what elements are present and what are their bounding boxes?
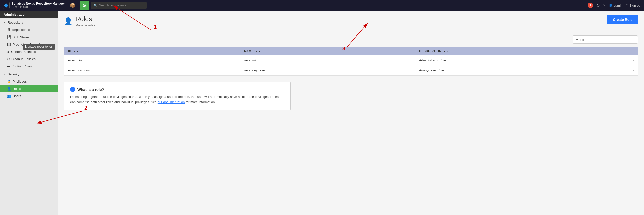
col-id[interactable]: ID ▲▼	[64, 47, 240, 56]
chevron-right-icon-1: ›	[633, 58, 634, 62]
layout: Administration ▼ Repository 🗄 Repositori…	[0, 11, 644, 215]
repositories-icon: 🗄	[7, 28, 10, 32]
privileges-icon: 🏅	[7, 80, 11, 83]
brand-version: OSS 3.45.0-01	[12, 6, 65, 9]
sidebar-group-repository-label: Repository	[8, 21, 23, 24]
roles-page-icon: 👤	[64, 17, 73, 25]
proprietary-repos-icon: 🔲	[7, 43, 11, 46]
info-box: i What is a role? Roles bring together m…	[64, 82, 291, 110]
sort-icon-name: ▲▼	[256, 50, 261, 53]
cell-description-2: Anonymous Role ›	[415, 65, 638, 76]
table-body: nx-admin nx-admin Administrator Role › n…	[64, 55, 638, 76]
sidebar-item-repositories[interactable]: 🗄 Repositories	[0, 26, 58, 33]
sidebar-item-repositories-label: Repositories	[12, 28, 30, 32]
create-role-button[interactable]: Create Role	[607, 15, 638, 24]
brand-title: Sonatype Nexus Repository Manager	[12, 2, 65, 6]
sidebar-item-roles[interactable]: 👤 Roles	[0, 85, 58, 92]
sort-icon-description: ▲▼	[443, 50, 449, 53]
sidebar: Administration ▼ Repository 🗄 Repositori…	[0, 11, 58, 215]
sidebar-section-security: ▼ Security 🏅 Privileges 👤 Roles 👥 Users	[0, 70, 58, 100]
sidebar-item-cleanup-policies-label: Cleanup Policies	[11, 57, 36, 61]
sidebar-item-roles-label: Roles	[13, 87, 21, 91]
filter-icon: ▼	[575, 38, 579, 42]
signout-label: Sign out	[629, 4, 641, 7]
cell-name-2: nx-anonymous	[240, 65, 415, 76]
cell-name-1: nx-admin	[240, 55, 415, 65]
brand-icon: 🔷	[3, 2, 10, 9]
sidebar-item-routing-rules-label: Routing Rules	[11, 64, 32, 68]
tooltip-manage-repositories: Manage repositories	[23, 44, 55, 50]
sidebar-item-content-selectors-label: Content Selectors	[11, 50, 37, 54]
cleanup-policies-icon: ✂	[7, 57, 10, 61]
sidebar-item-routing-rules[interactable]: ⇌ Routing Rules	[0, 63, 58, 70]
sidebar-item-cleanup-policies[interactable]: ✂ Cleanup Policies	[0, 55, 58, 63]
filter-input-wrap: ▼	[573, 35, 638, 44]
info-box-title: i What is a role?	[70, 87, 284, 92]
alert-count: 1	[590, 4, 591, 7]
col-name[interactable]: NAME ▲▼	[240, 47, 415, 56]
brand-text: Sonatype Nexus Repository Manager OSS 3.…	[12, 2, 65, 9]
sidebar-item-blob-stores[interactable]: 💾 Blob Stores	[0, 33, 58, 41]
page-title: Roles	[75, 15, 95, 23]
user-icon: 👤	[609, 4, 613, 7]
chevron-down-icon-security: ▼	[4, 73, 6, 76]
navbar: 🔷 Sonatype Nexus Repository Manager OSS …	[0, 0, 644, 11]
sort-icon-id: ▲▼	[74, 50, 79, 53]
routing-rules-icon: ⇌	[7, 64, 10, 68]
user-menu[interactable]: 👤 admin	[609, 4, 622, 7]
chevron-right-icon-2: ›	[633, 68, 634, 72]
roles-table: ID ▲▼ NAME ▲▼ DESCRIPTION ▲▼ nx-admin nx…	[64, 47, 638, 76]
signout-icon: ⬚	[625, 4, 628, 7]
sidebar-item-users-label: Users	[13, 94, 21, 98]
help-icon[interactable]: ?	[603, 3, 605, 8]
table-header: ID ▲▼ NAME ▲▼ DESCRIPTION ▲▼	[64, 47, 638, 56]
info-icon: i	[70, 87, 75, 92]
content-area: ▼ ID ▲▼ NAME ▲▼ DESCRIPTION ▲▼	[58, 30, 644, 115]
info-title-text: What is a role?	[77, 87, 104, 92]
users-icon: 👥	[7, 94, 11, 98]
sidebar-group-security[interactable]: ▼ Security	[0, 70, 58, 78]
sidebar-item-users[interactable]: 👥 Users	[0, 92, 58, 100]
sidebar-group-security-label: Security	[8, 72, 19, 76]
cell-id-1: nx-admin	[64, 55, 240, 65]
info-text: Roles bring together multiple privileges…	[70, 94, 284, 105]
info-text-2: for more information.	[186, 100, 216, 104]
page-title-block: Roles Manage roles	[75, 15, 95, 27]
info-link[interactable]: our documentation	[158, 100, 185, 104]
sidebar-item-privileges[interactable]: 🏅 Privileges	[0, 78, 58, 85]
page-header: 👤 Roles Manage roles Create Role	[58, 11, 644, 30]
search-icon: 🔍	[94, 4, 98, 7]
sidebar-item-privileges-label: Privileges	[13, 80, 27, 83]
search-input[interactable]	[99, 4, 144, 7]
signout-link[interactable]: ⬚ Sign out	[625, 4, 641, 7]
cube-icon-btn[interactable]: 📦	[68, 1, 78, 10]
tooltip-text: Manage repositories	[25, 45, 53, 48]
brand: 🔷 Sonatype Nexus Repository Manager OSS …	[3, 2, 65, 9]
refresh-icon[interactable]: ↻	[596, 3, 600, 8]
sidebar-group-repository[interactable]: ▼ Repository	[0, 19, 58, 26]
page-title-area: 👤 Roles Manage roles	[64, 15, 95, 27]
blob-stores-icon: 💾	[7, 35, 11, 39]
content-selectors-icon: ◈	[7, 50, 10, 54]
cell-id-2: nx-anonymous	[64, 65, 240, 76]
sidebar-header: Administration	[0, 11, 58, 18]
cell-description-1: Administrator Role ›	[415, 55, 638, 65]
filter-row: ▼	[64, 35, 638, 44]
filter-input[interactable]	[580, 38, 635, 42]
main-content: 👤 Roles Manage roles Create Role ▼	[58, 11, 644, 215]
alert-badge[interactable]: 1	[588, 3, 593, 8]
table-row[interactable]: nx-anonymous nx-anonymous Anonymous Role…	[64, 65, 638, 76]
chevron-down-icon: ▼	[4, 21, 6, 24]
gear-icon-btn[interactable]: ⚙	[80, 1, 89, 10]
navbar-right: 1 ↻ ? 👤 admin ⬚ Sign out	[588, 3, 641, 8]
col-description[interactable]: DESCRIPTION ▲▼	[415, 47, 638, 56]
table-row[interactable]: nx-admin nx-admin Administrator Role ›	[64, 55, 638, 65]
sidebar-item-blob-stores-label: Blob Stores	[13, 35, 29, 39]
username: admin	[614, 4, 622, 7]
roles-icon: 👤	[7, 87, 11, 91]
search-box: 🔍	[91, 2, 147, 9]
page-subtitle: Manage roles	[75, 23, 95, 27]
